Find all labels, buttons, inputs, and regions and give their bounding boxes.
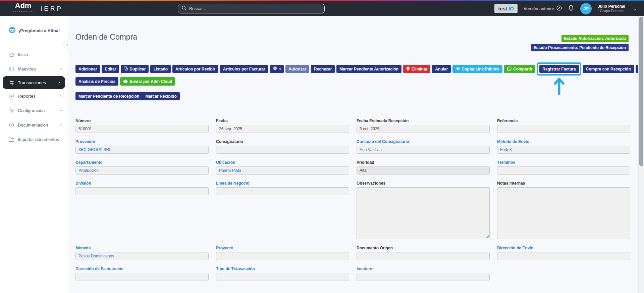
- copiar-link-publico-button[interactable]: Copiar Link Público: [452, 65, 502, 73]
- fecha-estimada-recepcion-input[interactable]: 3 oct. 2025: [357, 125, 490, 133]
- marcar-pendiente-autorizacion-button[interactable]: Marcar Pendiente Autorización: [336, 65, 401, 73]
- field-division: División: [75, 181, 209, 239]
- previous-version-link[interactable]: Versión anterior: [524, 5, 562, 12]
- linea-de-negocio-input[interactable]: [216, 187, 349, 195]
- field-label-link[interactable]: Departamento: [75, 160, 209, 165]
- field-fecha-estimada-recepcion: Fecha Estimada Recepción3 oct. 2025: [357, 118, 490, 133]
- field-label-link[interactable]: División: [75, 181, 209, 186]
- tipo-de-transaccion-input[interactable]: [216, 273, 349, 281]
- copy-icon: [124, 66, 128, 71]
- user-avatar[interactable]: JP: [580, 3, 592, 14]
- field-label-link[interactable]: Dirección de Envío: [497, 246, 630, 250]
- sidebar: ¡Pregúntale a AtIna! ‹ InicioMaestrasTra…: [0, 16, 68, 293]
- marcar-recibido-button[interactable]: Marcar Recibido: [142, 92, 179, 100]
- sidebar-item-transacciones[interactable]: Transacciones: [3, 76, 65, 89]
- sidebar-item-inicio[interactable]: Inicio: [0, 47, 68, 62]
- duplicar-button[interactable]: Duplicar: [121, 65, 149, 73]
- button-label: Registrar Factura: [542, 67, 576, 71]
- field-label: Documento Origen: [357, 246, 490, 250]
- articulos-por-facturar-button[interactable]: Artículos por Facturar: [220, 65, 268, 73]
- field-numero: Número510001: [75, 118, 209, 133]
- notas-internas-textarea[interactable]: [497, 187, 630, 239]
- compra-con-recepcion-button[interactable]: Compra con Recepción: [583, 65, 634, 73]
- robot-icon: [9, 27, 16, 35]
- analisis-de-precios-button[interactable]: Análisis de Precios: [75, 77, 118, 86]
- user-org: ! Grupo Fortech...: [598, 9, 627, 13]
- documento-origen-input[interactable]: [357, 252, 490, 260]
- ubicacion-input[interactable]: Puerto Plata: [216, 166, 349, 175]
- departamento-input[interactable]: Producción: [75, 166, 209, 175]
- button-label: Adicionar: [78, 67, 97, 71]
- articulos-por-recibir-button[interactable]: Artículos por Recibir: [172, 65, 218, 73]
- fecha-input[interactable]: 26 sep. 2025: [216, 125, 349, 133]
- notifications-button[interactable]: [568, 5, 574, 12]
- global-search-input[interactable]: Buscar...: [178, 4, 325, 13]
- direccion-de-facturacion-input[interactable]: [75, 273, 209, 281]
- cloud-icon: [123, 79, 128, 84]
- field-label-link[interactable]: Tipo de Transacción: [216, 266, 349, 271]
- compartir-button[interactable]: Compartir: [504, 65, 535, 73]
- proveedor-input[interactable]: 3RC GROUP SRL: [75, 146, 209, 154]
- sidebar-item-maestras[interactable]: Maestras: [0, 62, 68, 76]
- sidebar-item-label: Transacciones: [18, 80, 54, 85]
- eliminar-button[interactable]: Eliminar: [403, 65, 430, 73]
- field-contacto-del-consignatario: Contacto del ConsignatarioAna Valdivia: [357, 139, 490, 154]
- field-label-link[interactable]: Contacto del Consignatario: [357, 139, 490, 144]
- sidebar-item-documentacion[interactable]: ?Documentación: [0, 118, 68, 132]
- sidebar-item-reportes[interactable]: Reportes: [0, 89, 68, 103]
- adicionar-button[interactable]: Adicionar: [75, 65, 100, 73]
- field-notas-internas: Notas Internas: [497, 181, 630, 239]
- sidebar-item-importar-documentos[interactable]: +Importar documentos: [0, 132, 68, 147]
- enviar-por-adm-cloud-button[interactable]: Enviar por Adm Cloud: [120, 77, 175, 86]
- division-input[interactable]: [75, 187, 209, 195]
- incoterm-input[interactable]: [357, 273, 490, 281]
- metodo-de-envio-input[interactable]: FedeX: [497, 146, 630, 154]
- listado-button[interactable]: Listado: [150, 65, 171, 73]
- field-label-link[interactable]: Moneda: [75, 246, 209, 250]
- anular-button[interactable]: Anular: [432, 65, 451, 73]
- test-io-badge[interactable]: test IO: [494, 4, 518, 13]
- numero-input[interactable]: 510001: [75, 125, 209, 133]
- registrar-factura-button[interactable]: Registrar Factura: [539, 65, 579, 73]
- print-menu-button[interactable]: ▾: [270, 65, 284, 73]
- chevron-down-icon: [59, 123, 63, 127]
- status-badge: Estado Procesamiento: Pendiente de Recep…: [531, 44, 629, 51]
- sidebar-collapse-button[interactable]: ‹: [63, 41, 71, 49]
- autorizar-button[interactable]: Autorizar: [285, 65, 309, 73]
- field-label-link[interactable]: Método de Envío: [497, 139, 630, 144]
- vertical-scrollbar[interactable]: [638, 16, 644, 293]
- help-icon: ?: [9, 122, 14, 128]
- field-referencia: Referencia: [497, 118, 630, 133]
- user-menu-chevron-icon[interactable]: ⌄: [633, 6, 637, 11]
- direccion-de-envio-input[interactable]: [497, 252, 630, 260]
- assistant-launcher[interactable]: ¡Pregúntale a AtIna!: [0, 16, 68, 35]
- search-placeholder: Buscar...: [189, 6, 206, 11]
- consignatario-input[interactable]: [216, 146, 349, 154]
- button-label: Artículos por Recibir: [175, 67, 215, 71]
- button-label: Marcar Pendiente Autorización: [339, 67, 398, 71]
- editar-button[interactable]: Editar: [102, 65, 119, 73]
- terminos-input[interactable]: [497, 166, 630, 175]
- field-label-link[interactable]: Términos: [497, 160, 630, 165]
- field-label: Notas Internas: [497, 181, 630, 186]
- prioridad-input[interactable]: Alta: [357, 166, 490, 175]
- field-label-link[interactable]: Dirección de Facturación: [75, 266, 209, 271]
- field-label-link[interactable]: Proyecto: [216, 246, 349, 250]
- proyecto-input[interactable]: [216, 252, 349, 260]
- referencia-input[interactable]: [497, 125, 630, 133]
- field-label-link[interactable]: Proveedor: [75, 139, 209, 144]
- moneda-input[interactable]: Pesos Dominicanos: [75, 252, 209, 260]
- button-label: Anular: [435, 67, 448, 71]
- field-terminos: Términos: [497, 160, 630, 175]
- field-label-link[interactable]: Ubicación: [216, 160, 349, 165]
- field-label: Número: [75, 118, 209, 123]
- observaciones-textarea[interactable]: [357, 187, 490, 239]
- page-title: Orden de Compra: [75, 33, 137, 42]
- marcar-pendiente-de-recepcion-button[interactable]: Marcar Pendiente de Recepción: [75, 92, 142, 100]
- field-label-link[interactable]: Incoterm: [357, 266, 490, 271]
- rechazar-button[interactable]: Rechazar: [311, 65, 335, 73]
- scrollbar-thumb[interactable]: [639, 17, 643, 166]
- contacto-del-consignatario-input[interactable]: Ana Valdivia: [357, 146, 490, 154]
- field-label-link[interactable]: Línea de Negocio: [216, 181, 349, 186]
- sidebar-item-configuracion[interactable]: Configuración: [0, 103, 68, 118]
